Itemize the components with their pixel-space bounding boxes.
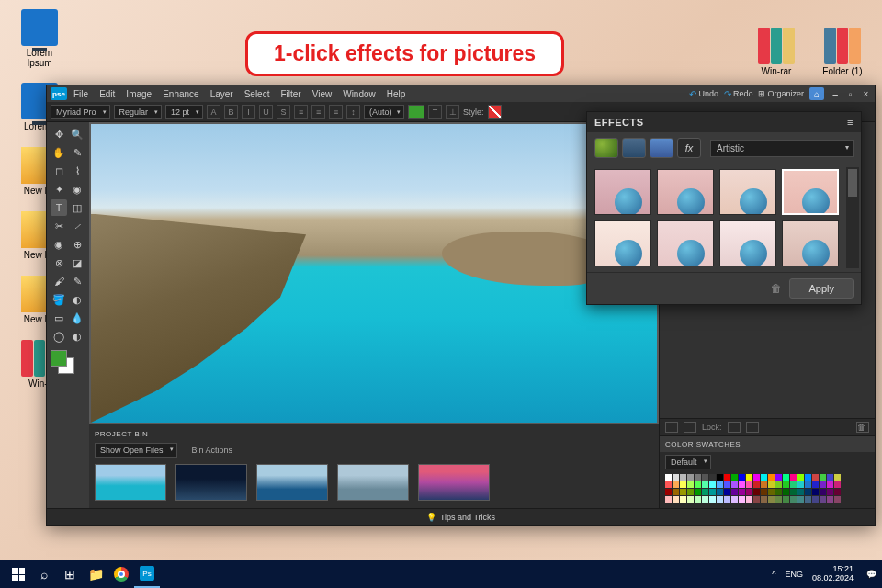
search-icon[interactable]: ⌕ xyxy=(31,560,57,588)
swatch-cell[interactable] xyxy=(753,496,760,503)
swatch-cell[interactable] xyxy=(724,481,730,488)
swatch-cell[interactable] xyxy=(820,496,826,503)
crop-tool-icon[interactable]: ◫ xyxy=(69,199,85,216)
bucket-tool-icon[interactable]: 🪣 xyxy=(51,291,67,308)
swatch-cell[interactable] xyxy=(724,489,730,495)
swatch-cell[interactable] xyxy=(673,474,679,481)
swatch-cell[interactable] xyxy=(827,496,833,503)
swatch-cell[interactable] xyxy=(665,489,672,495)
swatch-cell[interactable] xyxy=(731,481,738,488)
maximize-icon[interactable]: ▫ xyxy=(845,89,855,99)
swatch-cell[interactable] xyxy=(702,481,708,488)
swatch-cell[interactable] xyxy=(812,474,819,481)
straighten-tool-icon[interactable]: ⟋ xyxy=(69,218,85,234)
swatch-cell[interactable] xyxy=(709,496,716,503)
swatch-cell[interactable] xyxy=(783,489,789,495)
swatch-cell[interactable] xyxy=(783,474,789,481)
quick-select-tool-icon[interactable]: ◉ xyxy=(69,181,85,198)
redeye-tool-icon[interactable]: ◉ xyxy=(51,236,67,253)
warp-icon[interactable]: T xyxy=(428,105,442,119)
effect-thumb[interactable] xyxy=(594,220,651,266)
photoshop-taskbar-icon[interactable]: Ps xyxy=(134,560,160,588)
swatch-cell[interactable] xyxy=(790,481,797,488)
swatch-cell[interactable] xyxy=(827,489,833,495)
home-icon[interactable]: ⌂ xyxy=(809,87,824,100)
swatch-cell[interactable] xyxy=(761,496,767,503)
swatch-cell[interactable] xyxy=(797,489,804,495)
swatch-cell[interactable] xyxy=(812,489,819,495)
bin-thumb[interactable] xyxy=(418,464,490,501)
bin-actions-select[interactable]: Bin Actions xyxy=(187,443,247,458)
desktop-icon-folder1[interactable]: Folder (1) xyxy=(820,28,865,76)
blur-tool-icon[interactable]: 💧 xyxy=(69,310,85,326)
minimize-icon[interactable]: ‒ xyxy=(830,89,840,99)
lasso-tool-icon[interactable]: ⌇ xyxy=(69,163,85,179)
orient-icon[interactable]: ⊥ xyxy=(446,105,459,119)
leading-select[interactable]: (Auto) xyxy=(364,105,404,119)
redo-button[interactable]: ↷Redo xyxy=(724,89,753,99)
menu-window[interactable]: Window xyxy=(338,89,380,99)
swatch-cell[interactable] xyxy=(753,489,760,495)
swatch-cell[interactable] xyxy=(768,481,775,488)
swatch-cell[interactable] xyxy=(680,489,686,495)
swatch-cell[interactable] xyxy=(783,481,789,488)
swatch-cell[interactable] xyxy=(687,481,694,488)
tray-chevron-icon[interactable]: ^ xyxy=(772,570,775,579)
swatch-cell[interactable] xyxy=(753,474,760,481)
swatch-cell[interactable] xyxy=(665,474,672,481)
align-right-icon[interactable]: ≡ xyxy=(329,105,343,119)
tips-link[interactable]: Tips and Tricks xyxy=(440,513,495,522)
align-left-icon[interactable]: ≡ xyxy=(294,105,308,119)
swatch-cell[interactable] xyxy=(687,474,694,481)
apply-button[interactable]: Apply xyxy=(789,278,854,299)
effect-thumb[interactable] xyxy=(719,169,776,215)
tray-language[interactable]: ENG xyxy=(785,570,803,579)
swatch-cell[interactable] xyxy=(702,474,708,481)
swatch-cell[interactable] xyxy=(687,496,694,503)
swatch-cell[interactable] xyxy=(783,496,789,503)
sponge-tool-icon[interactable]: ◯ xyxy=(51,328,67,345)
swatch-cell[interactable] xyxy=(665,496,672,503)
detail-tool-icon[interactable]: ◐ xyxy=(69,328,85,345)
effects-category-select[interactable]: Artistic xyxy=(710,140,854,157)
swatch-cell[interactable] xyxy=(746,489,752,495)
swatch-cell[interactable] xyxy=(834,489,841,495)
menu-file[interactable]: File xyxy=(69,89,93,99)
swatch-cell[interactable] xyxy=(665,481,672,488)
swatch-cell[interactable] xyxy=(812,481,819,488)
swatch-cell[interactable] xyxy=(673,496,679,503)
swatch-cell[interactable] xyxy=(717,474,723,481)
start-button[interactable] xyxy=(6,560,31,588)
swatch-cell[interactable] xyxy=(834,474,841,481)
swatch-cell[interactable] xyxy=(761,481,767,488)
effect-thumb[interactable] xyxy=(719,220,776,266)
font-family-select[interactable]: Myriad Pro xyxy=(51,105,110,119)
wand-tool-icon[interactable]: ✦ xyxy=(51,181,67,198)
italic-icon[interactable]: I xyxy=(242,105,255,119)
align-center-icon[interactable]: ≡ xyxy=(311,105,325,119)
color-swatch-tool[interactable] xyxy=(51,350,85,376)
menu-select[interactable]: Select xyxy=(240,89,275,99)
menu-help[interactable]: Help xyxy=(382,89,411,99)
font-weight-select[interactable]: Regular xyxy=(114,105,163,119)
swatch-cell[interactable] xyxy=(746,496,752,503)
menu-edit[interactable]: Edit xyxy=(95,89,119,99)
text-color-swatch[interactable] xyxy=(408,105,424,119)
effect-thumb[interactable] xyxy=(782,220,839,266)
clone-tool-icon[interactable]: ⊗ xyxy=(51,254,67,271)
smart-brush-tool-icon[interactable]: ✎ xyxy=(69,273,85,289)
swatch-cell[interactable] xyxy=(827,481,833,488)
swatch-cell[interactable] xyxy=(709,474,716,481)
swatch-cell[interactable] xyxy=(673,489,679,495)
swatch-cell[interactable] xyxy=(717,496,723,503)
swatch-cell[interactable] xyxy=(680,481,686,488)
swatch-cell[interactable] xyxy=(827,474,833,481)
swatch-cell[interactable] xyxy=(739,489,745,495)
swatch-cell[interactable] xyxy=(717,481,723,488)
bold-icon[interactable]: B xyxy=(224,105,238,119)
swatch-cell[interactable] xyxy=(820,489,826,495)
bin-thumb[interactable] xyxy=(175,464,247,501)
swatch-cell[interactable] xyxy=(834,496,841,503)
swatch-cell[interactable] xyxy=(834,481,841,488)
swatch-cell[interactable] xyxy=(761,474,767,481)
